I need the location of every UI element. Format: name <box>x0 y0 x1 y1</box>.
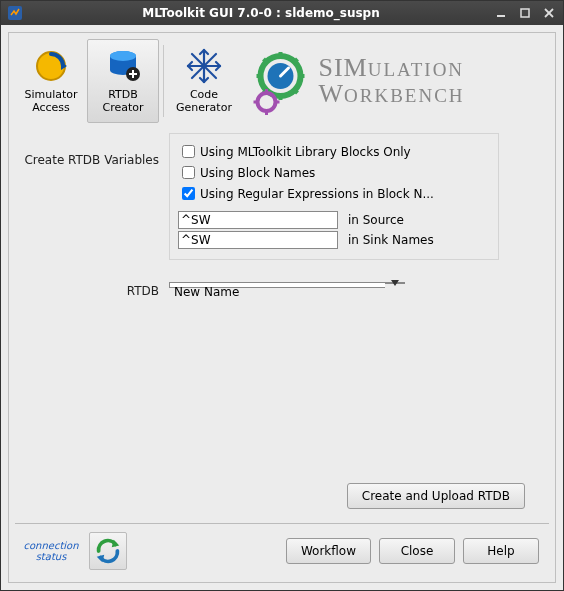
toolbar-label: Simulator Access <box>24 89 77 114</box>
app-icon <box>7 5 23 21</box>
opt-block-names-label: Using Block Names <box>200 166 315 180</box>
rtdb-label: RTDB <box>19 282 169 304</box>
rtdb-creator-button[interactable]: RTDB Creator <box>87 39 159 123</box>
connection-status-label: connection status <box>21 540 81 562</box>
window-title: MLToolkit GUI 7.0-0 : sldemo_suspn <box>29 6 493 20</box>
regex-source-label: in Source <box>348 213 404 227</box>
svg-line-31 <box>294 59 298 63</box>
regex-sink-input[interactable] <box>178 231 338 249</box>
regex-source-input[interactable] <box>178 211 338 229</box>
close-app-button[interactable]: Close <box>379 538 455 564</box>
content-area: Simulator Access RTDB Creator <box>1 25 563 590</box>
database-icon <box>103 46 143 86</box>
window-buttons <box>493 5 557 21</box>
toolbar: Simulator Access RTDB Creator <box>15 39 549 123</box>
opt-regex-checkbox[interactable] <box>182 187 195 200</box>
svg-text:WORKBENCH: WORKBENCH <box>319 79 465 108</box>
minimize-button[interactable] <box>493 5 509 21</box>
close-button[interactable] <box>541 5 557 21</box>
rtdb-combobox-value: New Name <box>169 282 385 288</box>
title-bar: MLToolkit GUI 7.0-0 : sldemo_suspn <box>1 1 563 25</box>
opt-block-names[interactable]: Using Block Names <box>178 163 490 182</box>
help-button[interactable]: Help <box>463 538 539 564</box>
opt-lib-only[interactable]: Using MLToolkit Library Blocks Only <box>178 142 490 161</box>
create-rtdb-vars-label: Create RTDB Variables <box>19 133 169 260</box>
opt-regex[interactable]: Using Regular Expressions in Block N... <box>178 184 490 203</box>
simulator-access-button[interactable]: Simulator Access <box>15 39 87 123</box>
svg-point-8 <box>110 51 136 61</box>
opt-block-names-checkbox[interactable] <box>182 166 195 179</box>
toolbar-separator <box>163 45 164 117</box>
opt-lib-only-label: Using MLToolkit Library Blocks Only <box>200 145 411 159</box>
toolbar-label: RTDB Creator <box>102 89 143 114</box>
opt-lib-only-checkbox[interactable] <box>182 145 195 158</box>
svg-rect-2 <box>521 9 529 17</box>
svg-line-30 <box>294 89 298 93</box>
footer: connection status Workflow Close Help <box>15 523 549 576</box>
app-window: MLToolkit GUI 7.0-0 : sldemo_suspn Si <box>0 0 564 591</box>
inner-panel: Simulator Access RTDB Creator <box>8 32 556 583</box>
chevron-down-icon[interactable] <box>385 282 405 284</box>
toolbar-label: Code Generator <box>176 89 232 114</box>
svg-text:SIMULATION: SIMULATION <box>319 53 465 82</box>
svg-line-29 <box>264 59 268 63</box>
opt-regex-label: Using Regular Expressions in Block N... <box>200 187 434 201</box>
svg-point-35 <box>258 93 276 111</box>
workflow-button[interactable]: Workflow <box>286 538 371 564</box>
svg-marker-42 <box>391 280 399 286</box>
brand-logo: SIMULATION WORKBENCH <box>240 39 549 123</box>
options-box: Using MLToolkit Library Blocks Only Usin… <box>169 133 499 260</box>
code-generator-button[interactable]: Code Generator <box>168 39 240 123</box>
create-upload-rtdb-button[interactable]: Create and Upload RTDB <box>347 483 525 509</box>
maximize-button[interactable] <box>517 5 533 21</box>
snowflake-icon <box>184 46 224 86</box>
main-area: Create RTDB Variables Using MLToolkit Li… <box>15 123 549 523</box>
simulator-access-icon <box>31 46 71 86</box>
refresh-connection-button[interactable] <box>89 532 127 570</box>
regex-sink-label: in Sink Names <box>348 233 434 247</box>
